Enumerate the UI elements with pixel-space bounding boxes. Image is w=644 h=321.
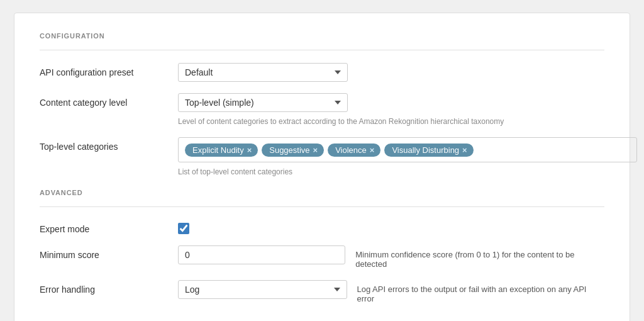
top-level-categories-hint: List of top-level content categories bbox=[178, 167, 637, 176]
content-category-hint: Level of content categories to extract a… bbox=[178, 117, 604, 126]
advanced-section: ADVANCED Expert mode Minimum score Minim… bbox=[40, 189, 604, 303]
error-handling-select[interactable]: Log Fail bbox=[178, 280, 347, 299]
api-preset-select[interactable]: Default Custom bbox=[178, 63, 348, 82]
minimum-score-row: Minimum score Minimum confidence score (… bbox=[40, 245, 604, 269]
advanced-divider bbox=[40, 206, 604, 207]
top-level-categories-row: Top-level categories Explicit Nudity × S… bbox=[40, 137, 604, 176]
error-handling-row: Error handling Log Fail Log API errors t… bbox=[40, 280, 604, 303]
tag-violence[interactable]: Violence × bbox=[328, 144, 380, 157]
content-category-control: Top-level (simple) Detailed Level of con… bbox=[178, 93, 604, 126]
api-preset-label: API configuration preset bbox=[40, 63, 178, 77]
api-preset-row: API configuration preset Default Custom bbox=[40, 63, 604, 82]
top-level-categories-control: Explicit Nudity × Suggestive × Violence … bbox=[178, 137, 637, 176]
tag-violence-remove[interactable]: × bbox=[370, 146, 375, 154]
content-category-row: Content category level Top-level (simple… bbox=[40, 93, 604, 126]
error-handling-label: Error handling bbox=[40, 280, 178, 295]
tags-container: Explicit Nudity × Suggestive × Violence … bbox=[178, 137, 637, 162]
tag-explicit-nudity-remove[interactable]: × bbox=[247, 146, 252, 154]
expert-mode-control bbox=[178, 220, 604, 234]
tag-visually-disturbing-label: Visually Disturbing bbox=[392, 145, 459, 155]
tag-suggestive-label: Suggestive bbox=[269, 145, 309, 155]
minimum-score-hint: Minimum confidence score (from 0 to 1) f… bbox=[355, 245, 604, 269]
content-category-label: Content category level bbox=[40, 93, 178, 108]
expert-mode-checkbox[interactable] bbox=[178, 223, 189, 234]
config-divider bbox=[40, 50, 604, 50]
error-handling-hint: Log API errors to the output or fail wit… bbox=[357, 280, 604, 303]
minimum-score-inline: Minimum confidence score (from 0 to 1) f… bbox=[178, 245, 604, 269]
top-level-categories-label: Top-level categories bbox=[40, 137, 178, 152]
content-category-select[interactable]: Top-level (simple) Detailed bbox=[178, 93, 348, 112]
error-handling-inline: Log Fail Log API errors to the output or… bbox=[178, 280, 604, 303]
expert-mode-label: Expert mode bbox=[40, 220, 178, 234]
minimum-score-input[interactable] bbox=[178, 245, 345, 264]
api-preset-control: Default Custom bbox=[178, 63, 604, 82]
tag-suggestive-remove[interactable]: × bbox=[313, 146, 318, 154]
expert-mode-row: Expert mode bbox=[40, 220, 604, 234]
tag-explicit-nudity-label: Explicit Nudity bbox=[192, 145, 244, 155]
config-panel: CONFIGURATION API configuration preset D… bbox=[14, 13, 630, 321]
tag-violence-label: Violence bbox=[335, 145, 367, 155]
advanced-section-title: ADVANCED bbox=[40, 189, 604, 196]
tag-explicit-nudity[interactable]: Explicit Nudity × bbox=[185, 144, 258, 157]
tag-visually-disturbing-remove[interactable]: × bbox=[462, 146, 467, 154]
minimum-score-label: Minimum score bbox=[40, 245, 178, 260]
tag-suggestive[interactable]: Suggestive × bbox=[262, 144, 324, 157]
tag-visually-disturbing[interactable]: Visually Disturbing × bbox=[384, 144, 473, 157]
configuration-section-title: CONFIGURATION bbox=[40, 32, 604, 40]
